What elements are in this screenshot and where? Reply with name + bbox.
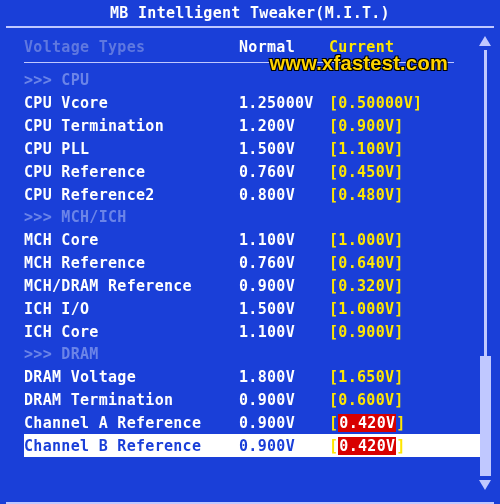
row-normal: 1.500V [239, 140, 329, 158]
row-normal: 1.100V [239, 323, 329, 341]
row-label: DRAM Termination [24, 391, 239, 409]
column-headers: Voltage Types Normal Current [24, 38, 488, 56]
section-dram: >>> DRAM [24, 343, 488, 365]
scroll-thumb[interactable] [480, 356, 491, 476]
header-normal: Normal [239, 38, 329, 56]
section-cpu: >>> CPU [24, 69, 488, 91]
row-current: [1.650V] [329, 368, 404, 386]
row-mch-reference[interactable]: MCH Reference 0.760V [0.640V] [24, 251, 488, 274]
row-label: MCH Reference [24, 254, 239, 272]
section-mch-ich: >>> MCH/ICH [24, 206, 488, 228]
row-label: MCH Core [24, 231, 239, 249]
scroll-down-icon[interactable] [479, 480, 491, 490]
row-normal: 1.100V [239, 231, 329, 249]
row-current: [0.480V] [329, 186, 404, 204]
row-label: CPU Reference2 [24, 186, 239, 204]
row-cpu-termination[interactable]: CPU Termination 1.200V [0.900V] [24, 114, 488, 137]
row-label: Channel A Reference [24, 414, 239, 432]
row-normal: 0.900V [239, 414, 329, 432]
row-current: [1.000V] [329, 231, 404, 249]
row-label: ICH Core [24, 323, 239, 341]
row-label: Channel B Reference [24, 437, 239, 455]
header-current: Current [329, 38, 394, 56]
divider [24, 62, 454, 63]
row-label: CPU PLL [24, 140, 239, 158]
row-current: [0.420V] [329, 414, 406, 432]
row-normal: 0.900V [239, 391, 329, 409]
row-normal: 0.760V [239, 254, 329, 272]
row-cpu-reference[interactable]: CPU Reference 0.760V [0.450V] [24, 160, 488, 183]
row-channel-b-reference[interactable]: Channel B Reference 0.900V [0.420V] [24, 434, 488, 457]
row-dram-termination[interactable]: DRAM Termination 0.900V [0.600V] [24, 388, 488, 411]
row-label: ICH I/O [24, 300, 239, 318]
row-cpu-reference2[interactable]: CPU Reference2 0.800V [0.480V] [24, 183, 488, 206]
row-normal: 1.800V [239, 368, 329, 386]
scrollbar[interactable] [478, 36, 492, 490]
row-cpu-pll[interactable]: CPU PLL 1.500V [1.100V] [24, 137, 488, 160]
row-ich-io[interactable]: ICH I/O 1.500V [1.000V] [24, 297, 488, 320]
row-label: DRAM Voltage [24, 368, 239, 386]
scroll-track[interactable] [484, 50, 487, 476]
row-normal: 0.800V [239, 186, 329, 204]
row-current: [0.50000V] [329, 94, 422, 112]
row-current: [0.600V] [329, 391, 404, 409]
row-normal: 1.25000V [239, 94, 329, 112]
row-normal: 0.900V [239, 277, 329, 295]
row-normal: 1.200V [239, 117, 329, 135]
row-current: [0.420V] [329, 437, 406, 455]
row-mch-core[interactable]: MCH Core 1.100V [1.000V] [24, 228, 488, 251]
row-current: [1.000V] [329, 300, 404, 318]
main-frame: Voltage Types Normal Current >>> CPU CPU… [6, 26, 494, 504]
row-current: [0.900V] [329, 323, 404, 341]
row-dram-voltage[interactable]: DRAM Voltage 1.800V [1.650V] [24, 365, 488, 388]
row-current: [0.320V] [329, 277, 404, 295]
scroll-up-icon[interactable] [479, 36, 491, 46]
row-current: [0.900V] [329, 117, 404, 135]
row-current: [0.640V] [329, 254, 404, 272]
row-mch-dram-reference[interactable]: MCH/DRAM Reference 0.900V [0.320V] [24, 274, 488, 297]
row-label: MCH/DRAM Reference [24, 277, 239, 295]
row-current: [1.100V] [329, 140, 404, 158]
row-label: CPU Vcore [24, 94, 239, 112]
row-label: CPU Termination [24, 117, 239, 135]
row-channel-a-reference[interactable]: Channel A Reference 0.900V [0.420V] [24, 411, 488, 434]
row-current: [0.450V] [329, 163, 404, 181]
row-normal: 0.760V [239, 163, 329, 181]
row-ich-core[interactable]: ICH Core 1.100V [0.900V] [24, 320, 488, 343]
row-cpu-vcore[interactable]: CPU Vcore 1.25000V [0.50000V] [24, 91, 488, 114]
row-label: CPU Reference [24, 163, 239, 181]
row-normal: 1.500V [239, 300, 329, 318]
header-voltage-types: Voltage Types [24, 38, 239, 56]
row-normal: 0.900V [239, 437, 329, 455]
